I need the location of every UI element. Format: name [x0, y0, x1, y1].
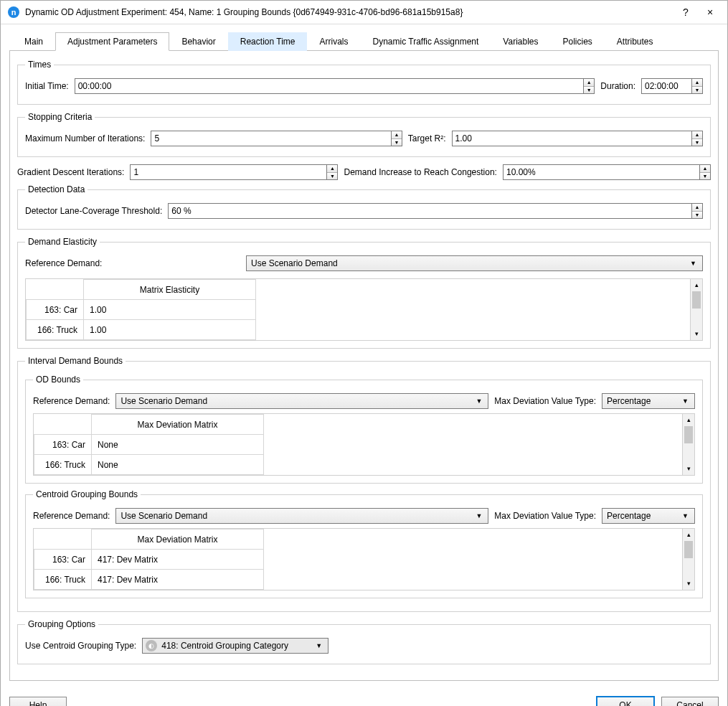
od-max-dev-type-dropdown[interactable]: Percentage ▼: [602, 393, 695, 409]
target-r2-input[interactable]: ▲▼: [452, 131, 703, 146]
spin-up-icon[interactable]: ▲: [327, 165, 337, 173]
tab-variables[interactable]: Variables: [491, 32, 550, 51]
dlct-field[interactable]: [168, 203, 691, 219]
cb-cell-1[interactable]: 417: Dev Matrix: [92, 570, 264, 590]
spin-down-icon[interactable]: ▼: [692, 139, 702, 146]
de-ref-demand-dropdown[interactable]: Use Scenario Demand ▼: [246, 255, 703, 271]
table-row: 163: CarNone: [34, 435, 264, 455]
spin-down-icon[interactable]: ▼: [392, 139, 402, 146]
tab-policies[interactable]: Policies: [550, 32, 604, 51]
spin-up-icon[interactable]: ▲: [700, 165, 710, 173]
gdi-input[interactable]: ▲▼: [130, 164, 338, 180]
spin-down-icon[interactable]: ▼: [327, 173, 337, 180]
scroll-down-icon[interactable]: ▾: [683, 578, 694, 590]
de-cell-1[interactable]: 1.00: [84, 320, 256, 340]
dirc-field[interactable]: [503, 164, 699, 180]
grouping-legend: Grouping Options: [25, 619, 98, 629]
dlct-input[interactable]: ▲▼: [168, 203, 703, 219]
scrollbar-thumb[interactable]: [684, 426, 693, 443]
target-r2-spinner[interactable]: ▲▼: [691, 131, 703, 146]
category-icon: ◐: [146, 640, 157, 651]
duration-label: Duration:: [600, 81, 635, 91]
tab-behavior[interactable]: Behavior: [169, 32, 227, 51]
help-titlebar-button[interactable]: ?: [676, 5, 696, 19]
chevron-down-icon: ▼: [687, 260, 699, 267]
spin-up-icon[interactable]: ▲: [692, 204, 702, 212]
spin-down-icon[interactable]: ▼: [700, 173, 710, 180]
interval-bounds-group: Interval Demand Bounds OD Bounds Referen…: [17, 356, 711, 612]
scrollbar-thumb[interactable]: [692, 291, 701, 309]
dirc-spinner[interactable]: ▲▼: [699, 164, 711, 180]
scroll-up-icon[interactable]: ▴: [683, 414, 694, 426]
scroll-down-icon[interactable]: ▾: [691, 328, 702, 340]
gdi-spinner[interactable]: ▲▼: [326, 164, 338, 180]
spin-down-icon[interactable]: ▼: [584, 87, 594, 94]
close-titlebar-button[interactable]: ×: [700, 5, 720, 19]
od-ref-demand-dropdown[interactable]: Use Scenario Demand ▼: [115, 393, 488, 409]
tab-dynamic-traffic-assignment[interactable]: Dynamic Traffic Assignment: [361, 32, 491, 51]
cb-row-label-0: 163: Car: [34, 550, 92, 570]
chevron-down-icon: ▼: [313, 642, 325, 649]
od-row-label-0: 163: Car: [34, 435, 92, 455]
cb-cell-0[interactable]: 417: Dev Matrix: [92, 550, 264, 570]
stopping-legend: Stopping Criteria: [25, 112, 95, 122]
scroll-up-icon[interactable]: ▴: [691, 279, 702, 291]
de-table: Matrix Elasticity 163: Car1.00 166: Truc…: [26, 279, 256, 340]
scroll-down-icon[interactable]: ▾: [683, 463, 694, 475]
de-ref-demand-value: Use Scenario Demand: [250, 258, 687, 268]
tab-reaction-time[interactable]: Reaction Time: [228, 32, 308, 51]
centroid-bounds-legend: Centroid Grouping Bounds: [33, 489, 141, 499]
duration-spinner[interactable]: ▲▼: [691, 78, 703, 94]
spin-up-icon[interactable]: ▲: [584, 79, 594, 87]
scrollbar-thumb[interactable]: [684, 541, 693, 558]
chevron-down-icon: ▼: [679, 397, 691, 405]
gdi-field[interactable]: [130, 164, 326, 180]
cb-col-header: Max Deviation Matrix: [92, 530, 264, 550]
help-button[interactable]: Help: [9, 697, 67, 706]
de-cell-0[interactable]: 1.00: [84, 300, 256, 320]
od-table: Max Deviation Matrix 163: CarNone 166: T…: [34, 414, 264, 475]
cb-max-dev-type-dropdown[interactable]: Percentage ▼: [602, 508, 695, 524]
scroll-up-icon[interactable]: ▴: [683, 529, 694, 541]
od-cell-1[interactable]: None: [92, 455, 264, 475]
de-row-label-1: 166: Truck: [27, 320, 84, 340]
tab-body: Times Initial Time: ▲▼ Duration: ▲▼ St: [9, 50, 719, 681]
spin-up-icon[interactable]: ▲: [692, 79, 702, 87]
od-cell-0[interactable]: None: [92, 435, 264, 455]
spin-down-icon[interactable]: ▼: [692, 212, 702, 219]
max-iter-spinner[interactable]: ▲▼: [391, 131, 402, 146]
centroid-bounds-group: Centroid Grouping Bounds Reference Deman…: [25, 489, 703, 598]
grouping-options-group: Grouping Options Use Centroid Grouping T…: [17, 619, 711, 664]
dirc-input[interactable]: ▲▼: [503, 164, 711, 180]
max-iter-input[interactable]: ▲▼: [151, 131, 402, 146]
tab-main[interactable]: Main: [12, 32, 55, 51]
de-row-label-0: 163: Car: [27, 300, 84, 320]
initial-time-spinner[interactable]: ▲▼: [583, 78, 595, 94]
de-ref-demand-label: Reference Demand:: [25, 258, 240, 268]
tab-arrivals[interactable]: Arrivals: [307, 32, 360, 51]
dlct-label: Detector Lane-Coverage Threshold:: [25, 206, 162, 216]
od-scrollbar[interactable]: ▴ ▾: [682, 414, 694, 475]
dlct-spinner[interactable]: ▲▼: [691, 203, 703, 219]
initial-time-input[interactable]: ▲▼: [75, 78, 595, 94]
table-row: 166: Truck417: Dev Matrix: [34, 570, 264, 590]
chevron-down-icon: ▼: [473, 512, 485, 519]
cb-scrollbar[interactable]: ▴ ▾: [682, 529, 694, 590]
duration-field[interactable]: [641, 78, 691, 94]
tab-attributes[interactable]: Attributes: [605, 32, 666, 51]
de-scrollbar[interactable]: ▴ ▾: [690, 279, 702, 340]
od-matrix-area: Max Deviation Matrix 163: CarNone 166: T…: [33, 413, 695, 476]
spin-down-icon[interactable]: ▼: [692, 87, 702, 94]
duration-input[interactable]: ▲▼: [641, 78, 703, 94]
use-cgt-dropdown[interactable]: ◐ 418: Centroid Grouping Category ▼: [142, 638, 328, 654]
spin-up-icon[interactable]: ▲: [392, 131, 402, 139]
cb-ref-demand-dropdown[interactable]: Use Scenario Demand ▼: [115, 508, 488, 524]
target-r2-field[interactable]: [452, 131, 691, 146]
cancel-button[interactable]: Cancel: [661, 697, 719, 706]
od-max-dev-type-label: Max Deviation Value Type:: [494, 396, 596, 406]
spin-up-icon[interactable]: ▲: [692, 131, 702, 139]
tab-adjustment-parameters[interactable]: Adjustment Parameters: [55, 32, 169, 51]
ok-button[interactable]: OK: [597, 697, 654, 706]
max-iter-field[interactable]: [151, 131, 390, 146]
initial-time-field[interactable]: [75, 78, 584, 94]
